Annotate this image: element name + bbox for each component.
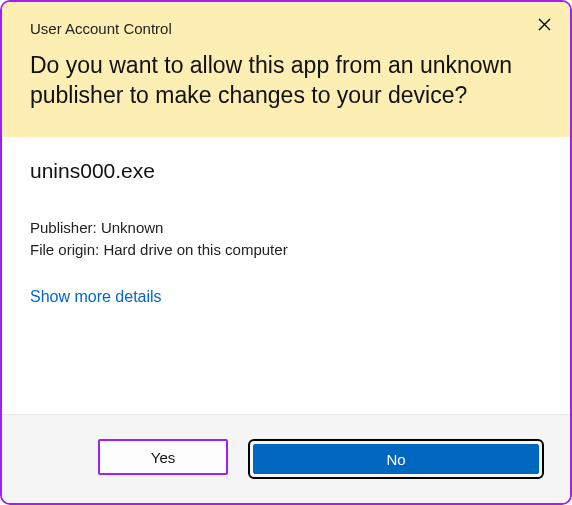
no-button-focus-ring: No — [248, 439, 544, 479]
program-name: unins000.exe — [30, 159, 542, 183]
show-more-details-link[interactable]: Show more details — [30, 288, 162, 306]
origin-row: File origin: Hard drive on this computer — [30, 239, 542, 261]
publisher-row: Publisher: Unknown — [30, 217, 542, 239]
uac-header: User Account Control Do you want to allo… — [2, 2, 570, 137]
uac-prompt: Do you want to allow this app from an un… — [30, 51, 542, 111]
uac-title: User Account Control — [30, 20, 542, 37]
yes-button[interactable]: Yes — [98, 439, 228, 475]
no-button[interactable]: No — [253, 444, 539, 474]
publisher-label: Publisher: — [30, 219, 97, 236]
button-bar: Yes No — [2, 414, 570, 503]
close-button[interactable] — [532, 14, 556, 38]
publisher-value: Unknown — [101, 219, 164, 236]
uac-content: unins000.exe Publisher: Unknown File ori… — [2, 137, 570, 317]
origin-label: File origin: — [30, 241, 99, 258]
origin-value: Hard drive on this computer — [103, 241, 287, 258]
close-icon — [538, 17, 551, 35]
